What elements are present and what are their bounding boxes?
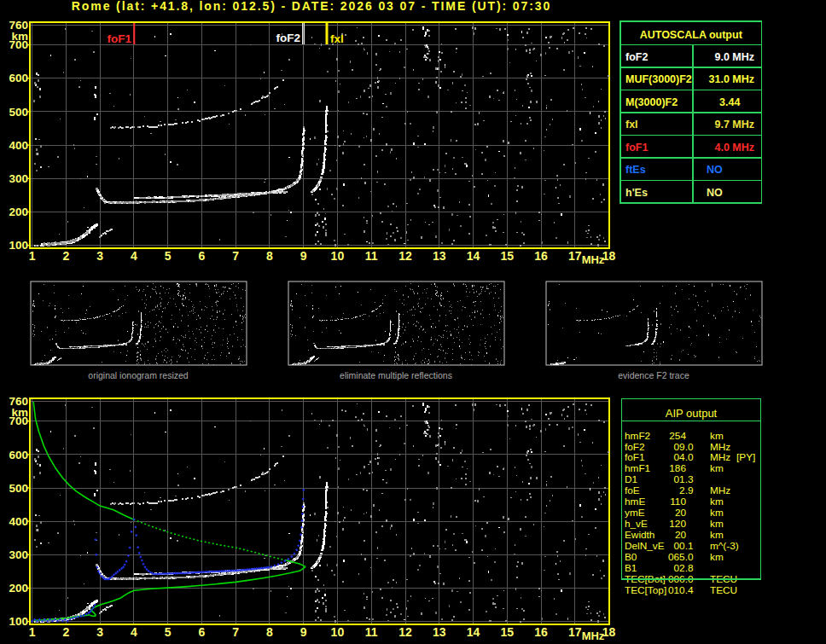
svg-text:500: 500: [9, 482, 28, 495]
svg-text:300: 300: [9, 548, 28, 561]
svg-text:16: 16: [534, 625, 548, 639]
svg-text:km: km: [11, 406, 28, 419]
svg-text:hmF2: hmF2: [625, 430, 650, 442]
svg-text:00.1: 00.1: [674, 540, 694, 552]
svg-text:9: 9: [300, 249, 307, 263]
svg-text:km: km: [710, 551, 724, 563]
svg-text:31.0 MHz: 31.0 MHz: [709, 73, 755, 85]
svg-text:13: 13: [433, 249, 446, 263]
svg-text:6: 6: [199, 249, 206, 263]
svg-text:400: 400: [9, 515, 28, 528]
svg-text:km: km: [710, 507, 724, 519]
svg-text:3.44: 3.44: [719, 96, 740, 108]
svg-text:km: km: [710, 529, 724, 541]
svg-text:400: 400: [9, 139, 28, 152]
svg-text:evidence F2 trace: evidence F2 trace: [618, 370, 689, 380]
svg-text:15: 15: [500, 249, 514, 263]
svg-text:D1: D1: [625, 473, 637, 485]
svg-text:MHz: MHz: [582, 253, 605, 266]
svg-text:ftEs: ftEs: [625, 164, 646, 176]
svg-text:5: 5: [165, 625, 172, 639]
svg-text:12: 12: [398, 249, 412, 263]
svg-text:MHz: MHz: [710, 441, 730, 453]
svg-text:500: 500: [9, 106, 28, 119]
svg-text:1: 1: [29, 625, 36, 639]
svg-text:200: 200: [9, 206, 28, 218]
svg-text:186: 186: [669, 462, 686, 474]
svg-text:km: km: [710, 518, 724, 530]
svg-text:20: 20: [675, 507, 687, 519]
svg-text:NO: NO: [707, 164, 723, 176]
svg-text:4: 4: [131, 249, 137, 263]
svg-text:12: 12: [398, 625, 412, 639]
svg-text:120: 120: [669, 518, 686, 530]
svg-text:13: 13: [433, 625, 446, 639]
svg-text:100: 100: [9, 239, 28, 252]
svg-text:9.0 MHz: 9.0 MHz: [714, 51, 754, 63]
svg-text:foF2: foF2: [276, 32, 301, 44]
svg-text:B0: B0: [625, 551, 637, 563]
svg-text:M(3000)F2: M(3000)F2: [625, 96, 678, 108]
svg-text:6: 6: [199, 625, 206, 639]
svg-text:15: 15: [500, 625, 514, 639]
svg-text:[PY]: [PY]: [736, 451, 755, 463]
svg-text:h_vE: h_vE: [625, 518, 648, 530]
svg-text:14: 14: [467, 625, 480, 639]
svg-text:1: 1: [29, 249, 36, 263]
svg-text:km: km: [710, 430, 724, 442]
svg-text:hmE: hmE: [625, 496, 645, 508]
svg-text:2.9: 2.9: [679, 484, 693, 496]
svg-text:14: 14: [467, 249, 480, 263]
svg-text:ymE: ymE: [625, 507, 645, 519]
svg-text:h'Es: h'Es: [625, 187, 648, 199]
svg-text:foF1: foF1: [625, 451, 645, 463]
svg-text:9: 9: [300, 625, 307, 639]
svg-text:16: 16: [534, 249, 548, 263]
svg-text:AUTOSCALA output: AUTOSCALA output: [640, 29, 743, 41]
svg-text:10: 10: [331, 625, 345, 639]
svg-text:foF1: foF1: [108, 32, 132, 45]
svg-text:100: 100: [9, 615, 28, 628]
svg-text:8: 8: [266, 249, 273, 263]
svg-text:20: 20: [675, 529, 687, 541]
svg-text:4: 4: [131, 625, 137, 639]
svg-text:09.0: 09.0: [674, 441, 694, 453]
svg-text:3: 3: [96, 625, 103, 639]
svg-text:17: 17: [568, 625, 582, 639]
svg-text:MHz: MHz: [710, 484, 730, 496]
svg-text:9.7 MHz: 9.7 MHz: [714, 119, 754, 131]
svg-text:11: 11: [365, 249, 378, 263]
svg-text:MHz: MHz: [710, 451, 730, 463]
svg-text:original ionogram resized: original ionogram resized: [88, 370, 188, 380]
svg-text:foE: foE: [625, 484, 640, 496]
svg-text:02.8: 02.8: [674, 562, 694, 574]
svg-text:04.0: 04.0: [674, 451, 694, 463]
svg-text:Rome (lat: +41.8, lon: 012.5): Rome (lat: +41.8, lon: 012.5) - DATE: 20…: [72, 0, 551, 13]
svg-text:NO: NO: [707, 187, 723, 199]
svg-text:Ewidth: Ewidth: [625, 529, 654, 541]
svg-text:065.0: 065.0: [668, 551, 694, 563]
svg-text:254: 254: [669, 430, 686, 442]
svg-text:200: 200: [9, 582, 28, 595]
svg-text:4.0 MHz: 4.0 MHz: [714, 142, 754, 154]
svg-text:2: 2: [63, 249, 70, 263]
svg-text:600: 600: [9, 72, 28, 84]
svg-text:km: km: [710, 496, 724, 508]
svg-text:110: 110: [670, 496, 686, 508]
svg-text:10: 10: [331, 249, 345, 263]
svg-text:MHz: MHz: [582, 629, 605, 642]
svg-text:2: 2: [63, 625, 70, 639]
svg-text:foF2: foF2: [625, 51, 648, 63]
svg-text:300: 300: [9, 172, 28, 185]
svg-text:foF1: foF1: [625, 142, 648, 154]
svg-text:010.4: 010.4: [668, 584, 694, 596]
svg-text:AIP output: AIP output: [666, 407, 718, 420]
svg-text:600: 600: [9, 449, 28, 461]
svg-text:TECU: TECU: [710, 584, 737, 596]
svg-text:DelN_vE: DelN_vE: [625, 540, 665, 552]
svg-text:11: 11: [365, 625, 378, 639]
svg-text:foF2: foF2: [625, 441, 645, 453]
svg-text:B1: B1: [625, 562, 637, 574]
svg-text:7: 7: [232, 249, 239, 263]
svg-text:8: 8: [266, 625, 273, 639]
